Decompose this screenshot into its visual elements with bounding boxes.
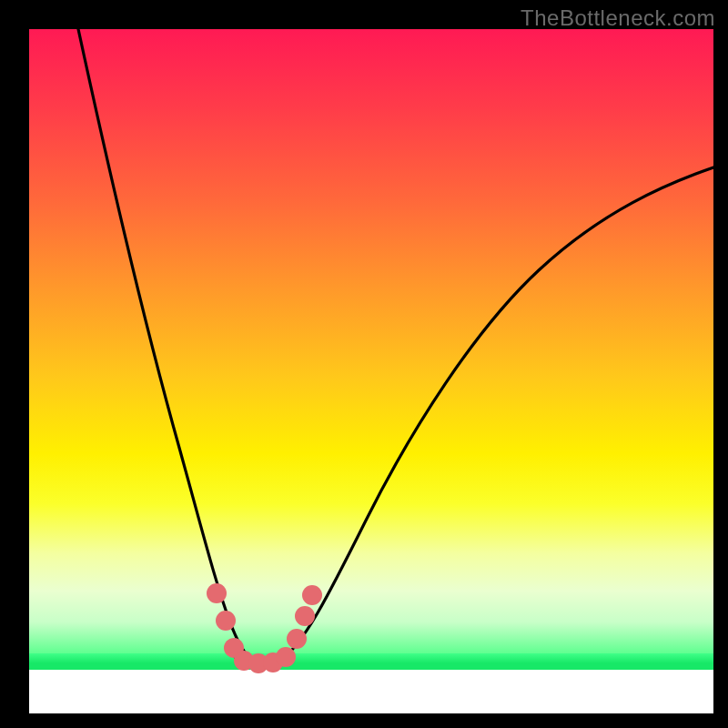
chart-frame: TheBottleneck.com — [0, 0, 728, 728]
marker — [207, 583, 227, 603]
marker — [216, 611, 236, 631]
marker — [295, 606, 315, 626]
marker-group — [207, 583, 322, 673]
watermark-text: TheBottleneck.com — [521, 5, 715, 31]
marker — [302, 585, 322, 605]
marker — [276, 647, 296, 667]
curve-layer — [29, 29, 713, 713]
plot-area — [29, 29, 713, 713]
curve-right — [279, 167, 713, 661]
marker — [287, 629, 307, 649]
curve-left — [78, 29, 261, 663]
